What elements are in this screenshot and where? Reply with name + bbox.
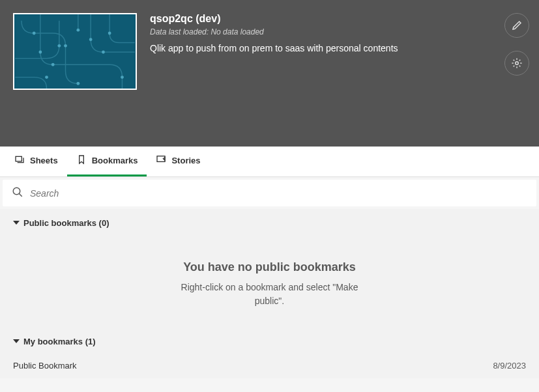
svg-point-12 <box>45 76 48 79</box>
svg-point-3 <box>51 63 55 66</box>
settings-button[interactable] <box>504 51 529 76</box>
chevron-down-icon <box>13 337 20 346</box>
svg-point-1 <box>33 32 36 35</box>
header-text-block: qsop2qc (dev) Data last loaded: No data … <box>150 13 487 53</box>
search-bar <box>3 180 536 206</box>
bookmark-row[interactable]: Public Bookmark 8/9/2023 <box>0 353 539 378</box>
tab-bookmarks-label: Bookmarks <box>92 156 138 165</box>
edit-button[interactable] <box>504 13 529 38</box>
app-title: qsop2qc (dev) <box>150 13 487 25</box>
svg-point-2 <box>64 44 67 48</box>
app-subtitle: Data last loaded: No data loaded <box>150 27 487 36</box>
public-empty-state: You have no public bookmarks Right-click… <box>0 234 539 328</box>
app-description: Qlik app to push from on prem to saas wi… <box>150 43 487 53</box>
svg-point-11 <box>76 29 80 32</box>
bookmark-name: Public Bookmark <box>13 361 77 371</box>
my-bookmarks-header[interactable]: My bookmarks (1) <box>0 328 539 353</box>
empty-subtitle: Right-click on a bookmark and select "Ma… <box>172 281 368 308</box>
tab-stories-label: Stories <box>171 156 200 165</box>
svg-point-8 <box>57 44 61 48</box>
svg-point-9 <box>102 51 105 54</box>
svg-point-10 <box>121 76 124 79</box>
svg-point-4 <box>89 38 93 41</box>
svg-point-6 <box>38 51 42 54</box>
svg-point-5 <box>108 32 111 35</box>
tab-sheets[interactable]: Sheets <box>5 147 67 176</box>
search-input[interactable] <box>30 188 527 199</box>
tab-stories[interactable]: Stories <box>147 147 209 176</box>
svg-point-13 <box>516 62 519 65</box>
content-area: Public bookmarks (0) You have no public … <box>0 209 539 378</box>
bookmark-icon <box>76 154 87 167</box>
search-icon <box>12 186 23 200</box>
tab-bookmarks[interactable]: Bookmarks <box>67 147 147 176</box>
my-bookmarks-label: My bookmarks (1) <box>23 337 96 346</box>
public-bookmarks-header[interactable]: Public bookmarks (0) <box>0 209 539 234</box>
sheets-icon <box>14 154 25 167</box>
bookmark-date: 8/9/2023 <box>493 361 526 371</box>
app-header: qsop2qc (dev) Data last loaded: No data … <box>0 0 539 147</box>
svg-rect-14 <box>16 156 22 161</box>
empty-title: You have no public bookmarks <box>13 260 526 274</box>
chevron-down-icon <box>13 218 20 228</box>
tab-bar: Sheets Bookmarks Stories <box>0 147 539 177</box>
stories-icon <box>156 154 166 167</box>
svg-point-16 <box>13 188 20 195</box>
svg-point-7 <box>76 82 80 85</box>
app-thumbnail <box>13 13 137 90</box>
tab-sheets-label: Sheets <box>30 156 58 165</box>
public-bookmarks-label: Public bookmarks (0) <box>23 218 109 228</box>
